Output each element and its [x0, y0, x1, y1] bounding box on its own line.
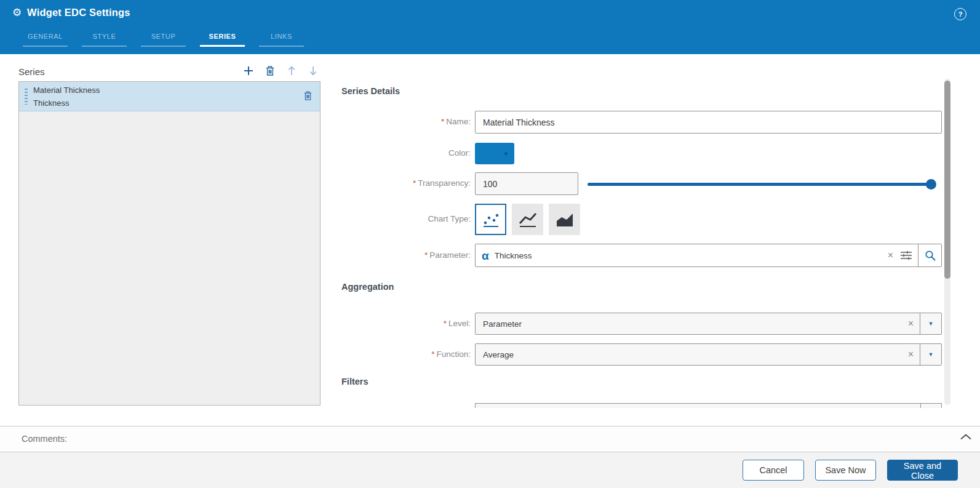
scatter-chart-icon [480, 210, 502, 230]
delete-series-row-button[interactable] [303, 90, 313, 101]
series-details-heading: Series Details [341, 86, 400, 96]
transparency-slider-handle[interactable] [926, 179, 936, 190]
comments-label: Comments: [22, 434, 67, 444]
chart-type-scatter-button[interactable] [475, 204, 506, 235]
arrow-down-icon [308, 65, 318, 76]
arrow-up-icon [287, 65, 297, 76]
transparency-input[interactable] [475, 172, 578, 195]
trash-icon [265, 65, 275, 76]
tab-links[interactable]: LINKS [259, 27, 304, 54]
parameter-field[interactable]: α Thickness × [475, 244, 942, 267]
chevron-up-icon [960, 434, 971, 440]
series-item-name: Material Thickness [33, 84, 100, 97]
clear-parameter-icon[interactable]: × [888, 250, 893, 260]
tab-label: GENERAL [23, 33, 68, 40]
function-label: *Function: [332, 350, 471, 359]
series-item-text: Material Thickness Thickness [33, 84, 100, 110]
series-panel-title: Series [18, 66, 45, 77]
chevron-down-icon: ▼ [928, 321, 934, 327]
required-marker: * [413, 178, 416, 188]
search-icon [924, 249, 936, 262]
chevron-down-icon: ▼ [503, 151, 509, 157]
dialog-footer: Cancel Save Now Save and Close [0, 452, 980, 488]
cancel-button[interactable]: Cancel [743, 460, 804, 481]
series-toolbar [242, 65, 319, 77]
function-value: Average [483, 350, 514, 359]
tab-general[interactable]: GENERAL [23, 27, 68, 54]
alpha-parameter-icon: α [482, 250, 489, 262]
line-chart-icon [517, 210, 539, 230]
gear-icon: ⚙ [12, 7, 22, 19]
tab-bar: GENERAL STYLE SETUP SERIES LINKS [23, 27, 304, 54]
widget-edc-settings-dialog: ⚙ Widget EDC Settings ? GENERAL STYLE SE… [0, 0, 980, 488]
tab-label: STYLE [82, 33, 127, 40]
comments-bar: Comments: [0, 426, 980, 452]
help-button[interactable]: ? [954, 8, 966, 20]
trash-icon [303, 90, 313, 101]
transparency-label: *Transparency: [332, 178, 471, 188]
level-label: *Level: [332, 319, 471, 328]
required-marker: * [424, 250, 428, 260]
function-dropdown[interactable]: Average × ▼ [475, 343, 942, 366]
required-marker: * [444, 319, 447, 328]
parameter-label: *Parameter: [332, 250, 471, 260]
tab-setup[interactable]: SETUP [141, 27, 186, 54]
collapse-comments-button[interactable] [960, 434, 971, 440]
tab-label: LINKS [259, 33, 304, 40]
level-dropdown-button[interactable]: ▼ [920, 313, 941, 334]
color-label: Color: [332, 148, 471, 158]
tab-label: SETUP [141, 33, 186, 40]
dialog-title: Widget EDC Settings [27, 7, 130, 18]
filters-heading: Filters [341, 377, 368, 386]
delete-series-button[interactable] [264, 65, 276, 77]
drag-handle-icon[interactable] [25, 89, 28, 105]
chart-type-label: Chart Type: [332, 214, 471, 223]
plus-icon [243, 65, 254, 76]
parameter-value: Thickness [495, 251, 532, 260]
name-label: *Name: [332, 117, 471, 126]
chevron-down-icon: ▼ [928, 351, 934, 358]
series-item-parameter: Thickness [33, 97, 100, 110]
level-value: Parameter [483, 319, 522, 329]
function-dropdown-button[interactable]: ▼ [920, 344, 941, 365]
move-series-up-button[interactable] [285, 65, 298, 77]
dialog-header: ⚙ Widget EDC Settings ? GENERAL STYLE SE… [0, 0, 980, 54]
required-marker: * [441, 117, 444, 126]
color-picker-button[interactable]: ▼ [475, 143, 514, 164]
series-list: Material Thickness Thickness [18, 81, 321, 406]
clear-function-icon[interactable]: × [908, 350, 914, 359]
required-marker: * [431, 350, 434, 359]
area-chart-icon [554, 210, 576, 230]
transparency-slider[interactable] [588, 183, 936, 186]
configure-parameter-icon[interactable] [899, 249, 913, 262]
tab-style[interactable]: STYLE [82, 27, 127, 54]
move-series-down-button[interactable] [307, 65, 319, 77]
tab-series[interactable]: SERIES [200, 27, 245, 54]
save-now-button[interactable]: Save Now [815, 460, 876, 481]
scrollbar-thumb[interactable] [944, 81, 950, 279]
chart-type-area-button[interactable] [549, 204, 580, 235]
series-list-item-selected[interactable]: Material Thickness Thickness [19, 82, 320, 111]
aggregation-heading: Aggregation [341, 282, 394, 292]
tab-label: SERIES [200, 33, 245, 40]
filters-field-partial[interactable] [475, 403, 942, 408]
clear-level-icon[interactable]: × [908, 319, 914, 329]
add-series-button[interactable] [242, 65, 255, 77]
chart-type-line-button[interactable] [512, 204, 543, 235]
scrollbar[interactable] [944, 79, 950, 405]
save-and-close-button[interactable]: Save and Close [887, 460, 958, 481]
parameter-search-button[interactable] [918, 244, 941, 266]
name-input[interactable] [475, 111, 942, 134]
question-icon: ? [958, 11, 963, 18]
level-dropdown[interactable]: Parameter × ▼ [475, 313, 942, 335]
